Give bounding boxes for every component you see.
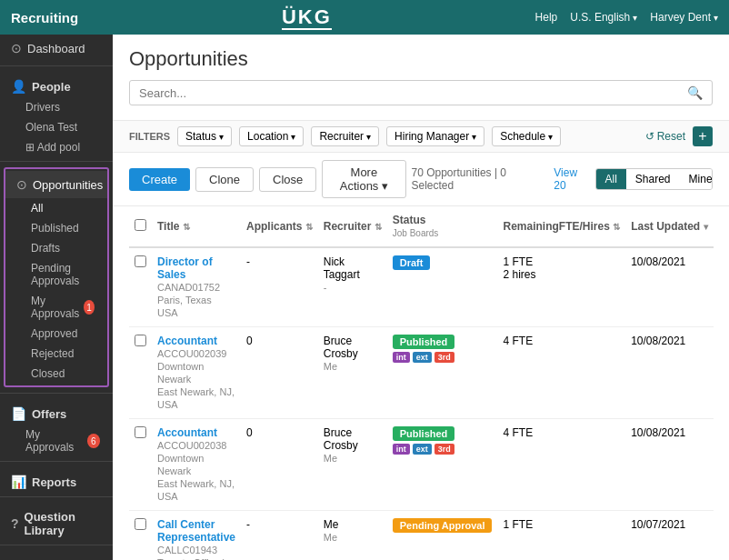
- filter-status[interactable]: Status ▾: [177, 126, 232, 146]
- sidebar-sub-olena[interactable]: Olena Test: [0, 117, 113, 137]
- fte-1: 4 FTE: [503, 335, 533, 347]
- row-checkbox-3[interactable]: [135, 518, 146, 530]
- sidebar-sub-drivers[interactable]: Drivers: [0, 97, 113, 117]
- help-link[interactable]: Help: [535, 11, 558, 24]
- language-dropdown[interactable]: U.S. English ▾: [570, 11, 637, 24]
- sidebar-item-settings[interactable]: ⚙ Settings: [0, 549, 113, 560]
- header-fte[interactable]: RemainingFTE/Hires ⇅: [497, 206, 625, 247]
- brand-label: Recruiting: [11, 10, 78, 25]
- applicants-2: 0: [246, 426, 253, 439]
- sidebar-item-dashboard[interactable]: ⊙ Dashboard: [0, 35, 113, 62]
- view-shared-btn[interactable]: Shared: [626, 169, 680, 189]
- job-requisition-1: ACCOU002039: [157, 348, 226, 359]
- people-icon: 👤: [11, 79, 26, 94]
- table-row: Accountant ACCOU002039 Downtown NewarkEa…: [129, 327, 714, 419]
- job-title-3[interactable]: Call Center Representative: [157, 518, 235, 544]
- main-layout: ⊙ Dashboard 👤 People Drivers Olena Test …: [0, 35, 729, 560]
- sidebar-sub-closed[interactable]: Closed: [5, 364, 107, 384]
- sidebar-sub-drafts[interactable]: Drafts: [5, 238, 107, 258]
- view-mine-btn[interactable]: Mine: [680, 169, 713, 189]
- sidebar-sub-published[interactable]: Published: [5, 218, 107, 238]
- close-button[interactable]: Close: [259, 167, 316, 192]
- page-header: Opportunities 🔍: [113, 35, 729, 120]
- board-ext-2: ext: [413, 444, 432, 455]
- sidebar-sub-approved[interactable]: Approved: [5, 324, 107, 344]
- row-checkbox-1[interactable]: [135, 335, 146, 346]
- sidebar-item-reports[interactable]: 📊 Reports: [0, 465, 113, 493]
- row-checkbox-2[interactable]: [135, 426, 146, 438]
- filters-reset[interactable]: ↺ Reset: [645, 130, 685, 143]
- header-recruiter[interactable]: Recruiter ⇅: [318, 206, 387, 247]
- row-checkbox-0[interactable]: [135, 255, 146, 267]
- job-requisition-0: CANAD01752: [157, 282, 220, 293]
- reset-label: Reset: [657, 130, 685, 143]
- table-row: Call Center Representative CALLC01943 To…: [129, 511, 714, 561]
- sidebar-item-opportunities[interactable]: ⊙ Opportunities: [5, 171, 107, 198]
- recruiter-name-0: Nick Taggart: [324, 255, 360, 281]
- create-button[interactable]: Create: [129, 168, 190, 191]
- job-location-0: Paris, TexasUSA: [157, 295, 212, 318]
- search-bar: 🔍: [129, 80, 713, 105]
- sidebar-item-people[interactable]: 👤 People: [0, 70, 113, 97]
- toolbar-actions: Create Clone Close More Actions ▾: [129, 160, 406, 198]
- reports-icon: 📊: [11, 475, 26, 489]
- question-icon: ?: [11, 516, 19, 531]
- job-title-2[interactable]: Accountant: [157, 426, 217, 439]
- applicants-0: -: [246, 255, 250, 268]
- sidebar-reports-label: Reports: [32, 475, 76, 489]
- view-link[interactable]: View 20: [554, 166, 589, 192]
- search-input[interactable]: [139, 86, 687, 100]
- more-actions-button[interactable]: More Actions ▾: [322, 160, 405, 198]
- view-all-btn[interactable]: All: [596, 169, 626, 189]
- recruiter-sub-2: Me: [324, 453, 337, 464]
- offers-icon: 📄: [11, 406, 26, 421]
- header-applicants[interactable]: Applicants ⇅: [241, 206, 318, 247]
- header-title[interactable]: Title ⇅: [152, 206, 241, 247]
- filter-schedule[interactable]: Schedule ▾: [492, 126, 561, 146]
- sidebar-sub-all[interactable]: All: [5, 198, 107, 218]
- user-dropdown[interactable]: Harvey Dent ▾: [650, 11, 718, 24]
- opportunities-icon: ⊙: [16, 177, 27, 192]
- board-ext-1: ext: [413, 352, 432, 363]
- sidebar-item-offers[interactable]: 📄 Offers: [0, 397, 113, 425]
- job-boards-1: intext3rd: [393, 352, 493, 363]
- clone-button[interactable]: Clone: [195, 167, 254, 192]
- toolbar: Create Clone Close More Actions ▾ 70 Opp…: [113, 153, 729, 206]
- language-caret: ▾: [633, 13, 637, 23]
- updated-3: 10/07/2021: [631, 518, 685, 531]
- filter-location[interactable]: Location ▾: [239, 126, 304, 146]
- schedule-caret: ▾: [548, 132, 553, 142]
- sidebar-sub-myapprovals-offers[interactable]: My Approvals 6: [0, 425, 113, 457]
- opportunities-table-container: Title ⇅ Applicants ⇅ Recruiter ⇅ StatusJ…: [113, 206, 729, 560]
- job-boards-2: intext3rd: [393, 444, 493, 455]
- header-updated[interactable]: Last Updated ▾: [625, 206, 713, 247]
- sort-recruiter-icon: ⇅: [374, 222, 382, 232]
- dashboard-icon: ⊙: [11, 41, 22, 55]
- fte-3: 1 FTE: [503, 518, 533, 531]
- sidebar-sub-addpool[interactable]: ⊞ Add pool: [0, 137, 113, 157]
- job-title-0[interactable]: Director of Sales: [157, 255, 213, 281]
- recruiter-sub-0: -: [324, 282, 327, 293]
- status-caret: ▾: [219, 132, 224, 142]
- sidebar-sub-myapprovals-opp[interactable]: My Approvals 1: [5, 291, 107, 324]
- top-nav: Recruiting ÜKG Help U.S. English ▾ Harve…: [0, 0, 729, 35]
- sidebar-divider-5: [0, 496, 113, 497]
- my-approvals-badge: 1: [84, 300, 95, 315]
- filter-recruiter[interactable]: Recruiter ▾: [311, 126, 379, 146]
- recruiter-caret: ▾: [366, 132, 371, 142]
- recruiter-sub-3: Me: [324, 532, 337, 543]
- add-pool-icon: ⊞: [25, 141, 35, 154]
- select-all-checkbox[interactable]: [135, 219, 146, 231]
- sidebar-sub-rejected[interactable]: Rejected: [5, 344, 107, 364]
- header-status-sub: Job Boards: [393, 228, 439, 238]
- sort-applicants-icon: ⇅: [305, 222, 313, 232]
- job-title-1[interactable]: Accountant: [157, 335, 217, 347]
- updated-2: 10/08/2021: [631, 426, 685, 439]
- more-actions-caret: ▾: [382, 179, 388, 193]
- filter-hiring-manager[interactable]: Hiring Manager ▾: [386, 126, 484, 146]
- sidebar-item-questionlibrary[interactable]: ? Question Library: [0, 501, 113, 541]
- sidebar-sub-pending[interactable]: Pending Approvals: [5, 258, 107, 291]
- page-title: Opportunities: [129, 47, 713, 71]
- add-filter-button[interactable]: +: [693, 126, 713, 146]
- recruiter-name-2: Bruce Crosby: [324, 426, 358, 452]
